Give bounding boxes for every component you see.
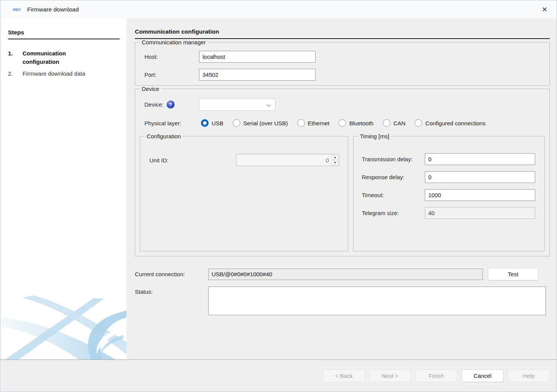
step-number: 1.	[8, 49, 23, 66]
unit-id-label: Unit ID:	[145, 157, 168, 164]
device-label: Device:	[144, 101, 164, 108]
port-input[interactable]	[199, 69, 316, 81]
titlebar: wps Firmware download ✕	[0, 0, 557, 18]
radio-selected-icon	[201, 119, 209, 127]
next-button: Next >	[369, 369, 411, 382]
step-number: 2.	[8, 70, 23, 78]
radio-bluetooth[interactable]: Bluetooth	[338, 119, 373, 127]
main-panel: Communication configuration Communicatio…	[126, 18, 557, 360]
host-row: Host:	[140, 51, 545, 63]
device-subgroups: Configuration Unit ID: 0	[140, 133, 545, 251]
timeout-label: Timeout:	[358, 192, 425, 198]
communication-manager-legend: Communication manager	[140, 39, 207, 45]
page-title: Communication configuration	[135, 28, 550, 39]
step-label: Firmware download data	[23, 70, 85, 78]
dialog-body: Steps 1. Communication configuration 2. …	[0, 18, 557, 360]
transmission-delay-label: Transmission delay:	[358, 156, 425, 162]
unit-id-value: 0	[236, 154, 332, 166]
port-row: Port:	[140, 69, 545, 81]
radio-unselected-icon	[383, 119, 390, 127]
configuration-group: Configuration Unit ID: 0	[140, 133, 348, 251]
physical-layer-label: Physical layer:	[140, 120, 201, 126]
timing-legend: Timing [ms]	[358, 133, 391, 139]
step-item-firmware-download-data: 2. Firmware download data	[8, 70, 120, 78]
transmission-delay-input[interactable]	[425, 153, 535, 165]
help-button: Help	[508, 369, 550, 382]
device-legend: Device	[140, 86, 161, 92]
timeout-row: Timeout:	[358, 189, 540, 201]
help-icon[interactable]: ?	[167, 100, 175, 109]
radio-unselected-icon	[338, 119, 346, 127]
status-output	[208, 287, 546, 315]
decorative-swoosh-graphic	[0, 294, 126, 360]
current-connection-value: USB/@0#0#0#1000#40	[208, 269, 483, 280]
radio-serial-over-usb[interactable]: Serial (over USB)	[233, 119, 288, 127]
firmware-download-dialog: wps Firmware download ✕ Steps 1. Communi…	[0, 0, 557, 392]
response-delay-row: Response delay:	[358, 171, 540, 183]
window-title: Firmware download	[27, 6, 79, 13]
telegram-size-row: Telegram size:	[358, 207, 540, 219]
finish-button: Finish	[415, 369, 457, 382]
port-label: Port:	[140, 71, 199, 78]
step-label: Communication configuration	[23, 49, 95, 66]
chevron-down-icon	[266, 102, 270, 107]
host-input[interactable]	[199, 51, 316, 63]
radio-can[interactable]: CAN	[383, 119, 406, 127]
current-connection-row: Current connection: USB/@0#0#0#1000#40 T…	[135, 268, 550, 280]
physical-layer-row: Physical layer: USB Serial (over USB) Et…	[140, 119, 545, 127]
radio-unselected-icon	[415, 119, 422, 127]
steps-heading: Steps	[8, 29, 120, 39]
timing-group: Timing [ms] Transmission delay: Response…	[353, 133, 545, 251]
transmission-delay-row: Transmission delay:	[358, 153, 540, 165]
radio-usb[interactable]: USB	[201, 119, 223, 127]
cancel-button[interactable]: Cancel	[461, 369, 504, 382]
device-dropdown[interactable]	[199, 98, 275, 111]
unit-id-row: Unit ID: 0	[145, 154, 343, 166]
spin-down-icon	[332, 160, 338, 165]
radio-configured-connections[interactable]: Configured connections	[415, 119, 486, 127]
communication-manager-group: Communication manager Host: Port:	[135, 39, 550, 86]
steps-list: 1. Communication configuration 2. Firmwa…	[8, 49, 120, 78]
response-delay-input[interactable]	[425, 171, 535, 183]
response-delay-label: Response delay:	[358, 174, 425, 180]
spin-up-icon	[332, 155, 338, 160]
device-row: Device: ?	[140, 98, 545, 111]
radio-unselected-icon	[233, 119, 240, 127]
status-label: Status:	[135, 287, 208, 295]
steps-sidebar: Steps 1. Communication configuration 2. …	[0, 18, 126, 360]
current-connection-label: Current connection:	[135, 271, 208, 277]
test-button[interactable]: Test	[488, 268, 538, 280]
configuration-legend: Configuration	[145, 133, 182, 139]
device-group: Device Device: ? Physical layer:	[135, 86, 550, 256]
telegram-size-input	[425, 207, 535, 219]
close-icon[interactable]: ✕	[538, 4, 551, 15]
telegram-size-label: Telegram size:	[358, 210, 425, 216]
radio-ethernet[interactable]: Ethernet	[297, 119, 330, 127]
status-row: Status:	[135, 287, 550, 315]
step-item-communication-configuration: 1. Communication configuration	[8, 49, 120, 66]
app-logo-icon: wps	[12, 5, 22, 15]
back-button: < Back	[323, 369, 365, 382]
host-label: Host:	[140, 53, 199, 60]
wizard-footer: < Back Next > Finish Cancel Help	[0, 360, 557, 392]
unit-id-stepper: 0	[236, 154, 339, 166]
timeout-input[interactable]	[425, 189, 535, 201]
radio-unselected-icon	[297, 119, 305, 127]
